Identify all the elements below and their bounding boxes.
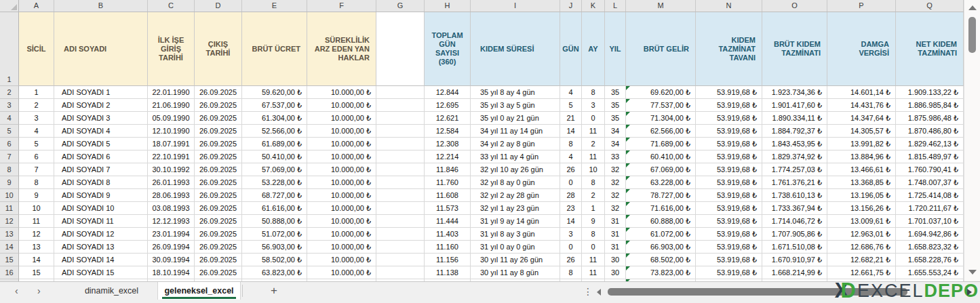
column-header-N[interactable]: N (696, 0, 762, 12)
cell-B16[interactable]: ADI SOYADI 15 (54, 266, 148, 279)
cell-E15[interactable]: 58.502,00 ₺ (242, 254, 307, 266)
cell-H5[interactable]: 12.584 (425, 125, 471, 138)
cell-M11[interactable]: 71.616,00 ₺ (626, 202, 696, 215)
cell-D5[interactable]: 26.09.2025 (195, 125, 242, 138)
cell-N6[interactable]: 53.919,68 ₺ (696, 138, 762, 150)
cell-H13[interactable]: 11.403 (425, 228, 471, 241)
cell-J3[interactable]: 5 (560, 99, 582, 112)
cell-F13[interactable]: 10.000,00 ₺ (307, 228, 376, 241)
cell-L5[interactable]: 34 (605, 125, 626, 138)
cell-M2[interactable]: 69.620,00 ₺ (626, 86, 696, 99)
cell-H8[interactable]: 11.846 (425, 163, 471, 176)
cell-P2[interactable]: 14.601,14 ₺ (827, 86, 896, 99)
cell-D3[interactable]: 26.09.2025 (195, 99, 242, 112)
cell-Q6[interactable]: 1.829.462,13 ₺ (896, 138, 964, 150)
cell-I11[interactable]: 32 yıl 1 ay 23 gün (471, 202, 560, 215)
cell-L8[interactable]: 32 (605, 163, 626, 176)
column-header-K[interactable]: K (582, 0, 605, 12)
cell-C5[interactable]: 12.10.1990 (148, 125, 195, 138)
cell-Q15[interactable]: 1.658.228,76 ₺ (896, 254, 964, 266)
cell-Q9[interactable]: 1.748.007,37 ₺ (896, 176, 964, 189)
cell-G16[interactable] (376, 266, 425, 279)
cell-F15[interactable]: 10.000,00 ₺ (307, 254, 376, 266)
cell-E6[interactable]: 61.689,00 ₺ (242, 138, 307, 150)
cell-G5[interactable] (376, 125, 425, 138)
cell-K5[interactable]: 11 (582, 125, 605, 138)
cell-F7[interactable]: 10.000,00 ₺ (307, 150, 376, 163)
cell-D11[interactable]: 26.09.2025 (195, 202, 242, 215)
next-sheet-button[interactable]: › (37, 282, 41, 300)
cell-K14[interactable]: 0 (582, 241, 605, 254)
column-header-G[interactable]: G (376, 0, 425, 12)
cell-H10[interactable]: 11.608 (425, 189, 471, 202)
cell-L9[interactable]: 32 (605, 176, 626, 189)
header-cell-L1[interactable]: YIL (605, 12, 626, 86)
column-header-F[interactable]: F (307, 0, 376, 12)
cell-F9[interactable]: 10.000,00 ₺ (307, 176, 376, 189)
header-cell-H1[interactable]: TOPLAM GÜN SAYISI (360) (425, 12, 471, 86)
scroll-right-arrow-icon[interactable] (967, 289, 972, 296)
cell-G14[interactable] (376, 241, 425, 254)
cell-M6[interactable]: 71.689,00 ₺ (626, 138, 696, 150)
header-cell-N1[interactable]: KIDEM TAZMİNAT TAVANI (696, 12, 762, 86)
cell-O5[interactable]: 1.884.792,37 ₺ (762, 125, 827, 138)
cell-I16[interactable]: 30 yıl 11 ay 8 gün (471, 266, 560, 279)
cell-E9[interactable]: 53.228,00 ₺ (242, 176, 307, 189)
cell-C10[interactable]: 28.06.1993 (148, 189, 195, 202)
sheet-tab-geleneksel-excel[interactable]: geleneksel_excel (157, 282, 241, 300)
cell-F14[interactable]: 10.000,00 ₺ (307, 241, 376, 254)
cell-F2[interactable]: 10.000,00 ₺ (307, 86, 376, 99)
column-header-C[interactable]: C (148, 0, 195, 12)
cell-G15[interactable] (376, 254, 425, 266)
column-header-J[interactable]: J (560, 0, 582, 12)
cell-O14[interactable]: 1.671.510,08 ₺ (762, 241, 827, 254)
cell-P13[interactable]: 12.963,01 ₺ (827, 228, 896, 241)
cell-I6[interactable]: 34 yıl 2 ay 8 gün (471, 138, 560, 150)
cell-N7[interactable]: 53.919,68 ₺ (696, 150, 762, 163)
cell-D9[interactable]: 26.09.2025 (195, 176, 242, 189)
cell-G3[interactable] (376, 99, 425, 112)
cell-K10[interactable]: 2 (582, 189, 605, 202)
cell-B15[interactable]: ADI SOYADI 14 (54, 254, 148, 266)
cell-H9[interactable]: 11.760 (425, 176, 471, 189)
cell-C9[interactable]: 26.01.1993 (148, 176, 195, 189)
cell-C13[interactable]: 23.01.1994 (148, 228, 195, 241)
cell-M9[interactable]: 63.228,00 ₺ (626, 176, 696, 189)
column-header-M[interactable]: M (626, 0, 696, 12)
cell-N9[interactable]: 53.919,68 ₺ (696, 176, 762, 189)
column-header-A[interactable]: A (19, 0, 54, 12)
cell-Q11[interactable]: 1.720.211,67 ₺ (896, 202, 964, 215)
new-sheet-button[interactable]: + (266, 282, 282, 300)
cell-P10[interactable]: 13.196,05 ₺ (827, 189, 896, 202)
cell-F6[interactable]: 10.000,00 ₺ (307, 138, 376, 150)
tab-scrollbar-splitter[interactable]: ⋮ (583, 283, 593, 300)
cell-J10[interactable]: 28 (560, 189, 582, 202)
cell-Q7[interactable]: 1.815.489,97 ₺ (896, 150, 964, 163)
cell-H14[interactable]: 11.160 (425, 241, 471, 254)
cell-Q16[interactable]: 1.655.553,24 ₺ (896, 266, 964, 279)
cell-K15[interactable]: 11 (582, 254, 605, 266)
cell-J11[interactable]: 23 (560, 202, 582, 215)
cell-E12[interactable]: 50.888,00 ₺ (242, 215, 307, 228)
cell-M15[interactable]: 68.502,00 ₺ (626, 254, 696, 266)
cell-L6[interactable]: 34 (605, 138, 626, 150)
cell-A13[interactable]: 12 (19, 228, 54, 241)
header-cell-F1[interactable]: SÜREKLİLİK ARZ EDEN YAN HAKLAR (307, 12, 376, 86)
cell-O7[interactable]: 1.829.374,92 ₺ (762, 150, 827, 163)
cell-N11[interactable]: 53.919,68 ₺ (696, 202, 762, 215)
cell-H16[interactable]: 11.138 (425, 266, 471, 279)
cell-Q8[interactable]: 1.760.790,41 ₺ (896, 163, 964, 176)
cell-D16[interactable]: 26.09.2025 (195, 266, 242, 279)
cell-F5[interactable]: 10.000,00 ₺ (307, 125, 376, 138)
row-header-5[interactable]: 5 (0, 125, 19, 138)
cell-C6[interactable]: 18.07.1991 (148, 138, 195, 150)
cell-Q10[interactable]: 1.725.414,08 ₺ (896, 189, 964, 202)
cell-A15[interactable]: 14 (19, 254, 54, 266)
cell-A12[interactable]: 11 (19, 215, 54, 228)
cell-A14[interactable]: 13 (19, 241, 54, 254)
cell-C14[interactable]: 26.09.1994 (148, 241, 195, 254)
column-header-L[interactable]: L (605, 0, 626, 12)
cell-K7[interactable]: 11 (582, 150, 605, 163)
cell-J15[interactable]: 26 (560, 254, 582, 266)
cell-F10[interactable]: 10.000,00 ₺ (307, 189, 376, 202)
